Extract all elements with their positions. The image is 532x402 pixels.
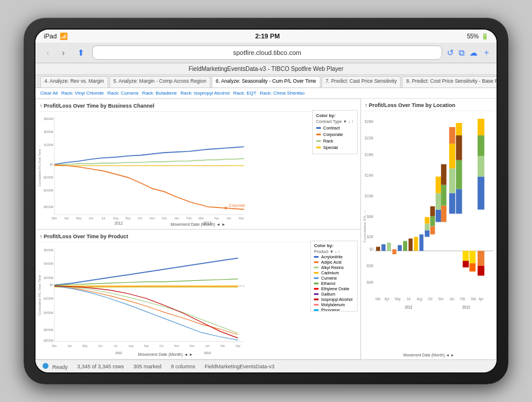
page-title: FieldMarketingEventsData-v3 - TIBCO Spot… [189,66,343,72]
filter-vinyl-chloride[interactable]: Rack: Vinyl Chloride [61,90,104,96]
svg-text:Dec: Dec [162,216,167,220]
svg-text:Oct: Oct [428,297,433,302]
ready-dot [43,363,48,369]
svg-text:Jul: Jul [102,216,106,220]
svg-text:Jul: Jul [114,343,118,347]
svg-text:Nov: Nov [439,297,444,302]
svg-text:Oct: Oct [138,216,143,220]
tab-2[interactable]: 5. Analyze: Margin - Comp Across Region [109,76,210,87]
svg-text:Jul: Jul [407,297,411,302]
nav-buttons: ‹ › [41,46,70,59]
svg-rect-47 [398,245,402,251]
svg-text:Dec: Dec [190,343,195,347]
filter-clear-all[interactable]: Clear All [40,90,58,96]
svg-text:Feb: Feb [460,297,465,302]
share-button[interactable]: ⬆ [74,46,87,59]
svg-rect-46 [392,252,397,254]
rows-count: 3,345 of 3,345 rows [77,364,124,369]
tab-1[interactable]: 4. Analyze: Rev vs. Margin [40,76,108,87]
legend-contract: Contract [316,125,353,131]
tab-overview-button[interactable]: ⧉ [459,48,465,58]
svg-text:2012: 2012 [115,221,123,225]
svg-text:Aug: Aug [128,343,133,347]
legend-subtitle-channel[interactable]: Contract Type ▼ ↓ ↑ [316,119,353,124]
legend-label-contract: Contract [323,125,340,131]
chart-title-product: ↑ Profit/Loss Over Time by Product [38,232,358,242]
svg-text:-$600M: -$600M [43,328,53,331]
app-status-bar: Ready 3,345 of 3,345 rows 305 marked 8 c… [35,359,497,372]
legend-corporate: Corporate [316,132,353,137]
svg-rect-73 [463,261,469,267]
svg-text:Aug: Aug [113,216,118,220]
legend-label-corporate: Corporate [323,132,343,137]
svg-text:Jan: Jan [205,343,210,347]
svg-text:$900M: $900M [44,117,53,121]
chart-title-channel: ↑ Profit/Loss Over Time by Business Chan… [38,102,358,112]
svg-rect-66 [449,144,455,168]
browser-chrome: ‹ › ⬆ spotfire.cloud.tibco.com ↺ ⧉ ☁ ＋ [35,43,497,63]
svg-rect-51 [419,234,423,251]
svg-rect-67 [449,127,455,144]
svg-text:Mar: Mar [199,216,204,220]
status-right: 55% 🔋 [467,33,488,40]
new-tab-button[interactable]: ＋ [482,47,491,58]
forward-button[interactable]: › [57,46,70,59]
svg-text:2013: 2013 [462,305,470,310]
svg-rect-53 [425,223,430,230]
svg-rect-64 [449,193,455,214]
svg-text:Nov: Nov [174,343,180,347]
color-legend-product[interactable]: Color by: Product ▼ ↓ ↑ Acrylonitrile Ad… [310,241,358,312]
svg-rect-78 [478,135,484,156]
tab-4[interactable]: 7. Predict: Cast Price Sensitivity [322,76,401,87]
legend-label-special: Special [323,145,338,150]
svg-text:Feb: Feb [220,343,225,347]
svg-text:Apr: Apr [214,216,219,220]
svg-text:$400M: $400M [44,261,53,265]
svg-text:2013: 2013 [204,351,211,354]
svg-text:Corporate: Corporate [229,203,245,208]
chart-profit-loss-location: ↑ Profit/Loss Over Time by Location $28M… [361,99,497,359]
filter-isopropyl[interactable]: Rack: Isopropyl Alcohol [180,90,229,96]
svg-rect-80 [478,251,484,265]
legend-rack: Rack [316,138,353,144]
svg-text:May: May [76,216,82,220]
main-content: ↑ Profit/Loss Over Time by Business Chan… [35,99,497,359]
svg-text:Feb: Feb [186,216,192,220]
movement-label-product[interactable]: Movement Date (Month) ◄ ► [138,352,193,356]
filter-eqt[interactable]: Rack: EQT [233,90,256,96]
svg-text:Apr: Apr [64,216,69,220]
svg-text:Apr: Apr [479,297,484,302]
svg-rect-60 [436,177,441,193]
battery-icon: 🔋 [481,33,488,40]
legend-special: Special [316,145,353,150]
filter-butadiene[interactable]: Rack: Butadiene [142,90,177,96]
svg-text:-$400M: -$400M [43,310,53,314]
svg-rect-49 [408,238,413,251]
svg-rect-65 [449,168,455,193]
movement-label-location[interactable]: Movement Date (Month) ◄ ► [403,353,455,357]
ready-label: Ready [53,364,68,370]
svg-rect-63 [441,164,446,185]
svg-text:Mar: Mar [375,297,381,302]
svg-text:$600M: $600M [44,248,53,251]
filter-row: Clear All Rack: Vinyl Chloride Rack: Cum… [35,88,497,99]
filter-china[interactable]: Rack: China Shenfao [260,90,305,96]
svg-text:-$200M: -$200M [43,296,53,300]
svg-rect-44 [387,242,391,251]
bookmark-button[interactable]: ☁ [469,48,478,57]
back-button[interactable]: ‹ [41,46,54,59]
url-bar[interactable]: spotfire.cloud.tibco.com [92,46,442,60]
movement-label-channel[interactable]: Movement Date (Month) ◄ ► [170,222,225,226]
filter-cumene[interactable]: Rack: Cumene [108,90,139,96]
tab-5[interactable]: 8. Predict: Cost Price Sensitivity - Bas… [402,76,497,87]
marked-count: 305 marked [134,364,162,369]
legend-subtitle-product[interactable]: Product ▼ ↓ ↑ [314,249,354,254]
reload-button[interactable]: ↺ [447,48,454,57]
svg-text:$22M: $22M [365,135,373,140]
svg-text:Cumulative P/L Over Time →: Cumulative P/L Over Time → [38,270,42,315]
url-text: spotfire.cloud.tibco.com [233,49,301,56]
svg-text:Sep: Sep [125,216,131,220]
tab-3[interactable]: 6. Analyze: Seasonality - Cum P/L Over T… [212,76,320,87]
screen: iPad 📶 2:19 PM 55% 🔋 ‹ › ⬆ [35,30,497,372]
legend-label-rack: Rack [323,138,333,144]
